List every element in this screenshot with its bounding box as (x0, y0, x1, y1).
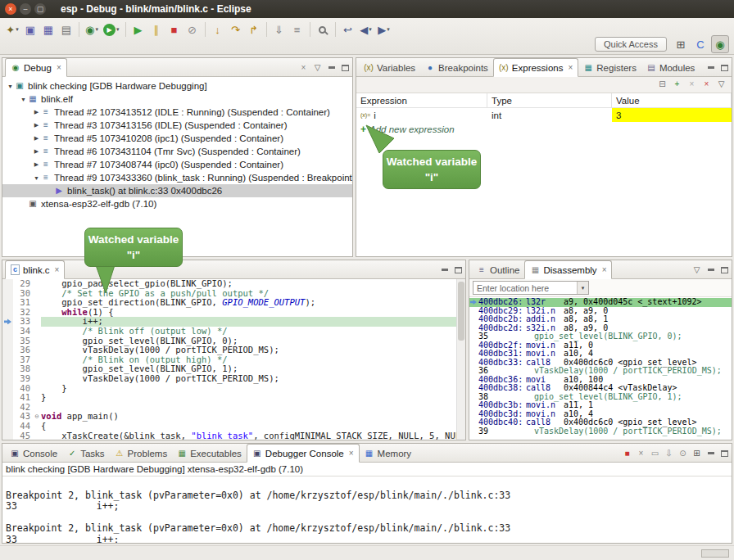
expression-name-cell[interactable]: (x)=i (356, 108, 487, 122)
editor-vertical-scrollbar[interactable] (456, 279, 465, 440)
view-menu-button[interactable]: ▽ (310, 61, 324, 75)
editor-line[interactable]: 41} (2, 393, 456, 403)
back-button[interactable]: ◀▾ (357, 20, 375, 38)
save-button[interactable]: ▣ (21, 20, 39, 38)
remove-all-terminated-button[interactable]: × (297, 61, 310, 75)
editor-annotation-ruler[interactable] (2, 317, 13, 327)
tab-blink-c[interactable]: cblink.c× (5, 260, 65, 279)
tab-outline[interactable]: ≡Outline (472, 262, 524, 278)
disassembly-line[interactable]: 36vTaskDelay(1000 / portTICK_PERIOD_MS); (469, 367, 732, 376)
combo-dropdown-icon[interactable]: ▾ (577, 282, 588, 294)
maximize-view-button[interactable] (718, 446, 732, 460)
tab-debugger-console[interactable]: ▣Debugger Console× (247, 444, 360, 463)
column-header-value[interactable]: Value (612, 93, 732, 107)
line-number[interactable]: 34 (13, 327, 33, 336)
disassembly-line[interactable]: 400dbc31:movi.na10, 4 (469, 350, 732, 359)
maximize-view-button[interactable] (338, 61, 352, 75)
scroll-lock-button[interactable]: ⇩ (662, 446, 676, 460)
editor-line[interactable]: 45 xTaskCreate(&blink_task, "blink_task"… (2, 431, 456, 440)
step-over-button[interactable]: ↷ (227, 20, 245, 38)
maximize-view-button[interactable] (718, 263, 732, 277)
print-button[interactable]: ▤ (57, 20, 75, 38)
editor-annotation-ruler[interactable] (2, 374, 13, 384)
disassembly-location-input[interactable]: Enter location here ▾ (473, 281, 589, 295)
maximize-button[interactable]: ▢ (34, 3, 46, 15)
editor-line[interactable]: 40 } (2, 384, 456, 394)
open-console-button[interactable]: ⊞ (690, 446, 704, 460)
remove-all-expressions-button[interactable]: × (700, 77, 714, 91)
search-button[interactable] (314, 20, 332, 38)
debug-tree-row[interactable]: ▶≡Thread #2 1073413512 (IDLE : Running) … (2, 106, 352, 119)
code-line[interactable]: } (41, 393, 456, 403)
line-number[interactable]: 36 (13, 345, 33, 355)
disconnect-button[interactable]: ⊘ (184, 20, 202, 38)
debug-perspective-button[interactable]: ◉ (711, 35, 729, 53)
add-new-expression-button[interactable]: + (670, 77, 684, 91)
editor-annotation-ruler[interactable] (2, 412, 13, 422)
resume-button[interactable]: ▶ (129, 20, 147, 38)
disassembly-line[interactable]: 400dbc3b:movi.na11, 1 (469, 401, 732, 410)
editor-annotation-ruler[interactable] (2, 355, 13, 365)
editor-line[interactable]: 34 /* Blink off (output low) */ (2, 327, 456, 336)
code-line[interactable]: /* Blink off (output low) */ (41, 327, 456, 336)
code-line[interactable]: } (41, 384, 456, 394)
last-edit-location-button[interactable]: ↩ (339, 20, 357, 38)
tab-disassembly[interactable]: ▦Disassembly× (524, 260, 612, 279)
debug-button[interactable]: ◉▾ (83, 20, 101, 38)
cpp-perspective-button[interactable]: C (691, 35, 709, 53)
editor-annotation-ruler[interactable] (2, 364, 13, 374)
expand-arrow-icon[interactable]: ▶ (32, 161, 41, 168)
remove-launch-button[interactable]: × (634, 446, 648, 460)
tab-tasks[interactable]: ✓Tasks (62, 445, 109, 462)
expand-arrow-icon[interactable]: ▼ (6, 84, 15, 89)
expand-arrow-icon[interactable]: ▼ (32, 175, 41, 181)
editor-line[interactable]: 39 vTaskDelay(1000 / portTICK_PERIOD_MS)… (2, 374, 456, 384)
expand-arrow-icon[interactable]: ▶ (32, 109, 41, 115)
debug-tree-row[interactable]: ▶≡Thread #7 1073408744 (ipc0) (Suspended… (2, 158, 352, 171)
tab-registers[interactable]: ▦Registers (578, 60, 641, 76)
debug-tree-row[interactable]: ▼▣blink checking [GDB Hardware Debugging… (2, 79, 352, 93)
terminate-console-button[interactable]: ■ (620, 446, 634, 460)
clear-console-button[interactable]: ▭ (648, 446, 662, 460)
editor-annotation-ruler[interactable] (2, 431, 13, 440)
add-expression-row[interactable]: +Add new expression (356, 122, 732, 136)
instruction-stepping-button[interactable]: ≡ (288, 20, 306, 38)
minimize-view-button[interactable] (437, 263, 451, 277)
open-perspective-button[interactable]: ⊞ (672, 35, 690, 53)
minimize-view-button[interactable] (324, 61, 338, 75)
tab-memory[interactable]: ▦Memory (360, 445, 417, 462)
minimize-view-button[interactable] (704, 446, 718, 460)
forward-button[interactable]: ▶▾ (375, 20, 393, 38)
editor-annotation-ruler[interactable] (2, 403, 13, 413)
code-line[interactable]: void app_main() (41, 412, 456, 422)
minimize-view-button[interactable] (704, 263, 718, 277)
close-tab-icon[interactable]: × (349, 449, 354, 458)
disassembly-line[interactable]: 400dbc40:call80x400dc6c0 <gpio_set_level… (469, 418, 732, 427)
expand-arrow-icon[interactable]: ▼ (19, 97, 28, 102)
line-number[interactable]: 44 (13, 422, 33, 431)
minimize-button[interactable]: – (20, 3, 31, 15)
debug-tree-row[interactable]: ▼≡Thread #9 1073433360 (blink_task : Run… (2, 171, 352, 184)
expand-arrow-icon[interactable]: ▶ (32, 122, 41, 129)
remove-selected-expressions-button[interactable]: × (685, 77, 699, 91)
window-resize-grip[interactable] (701, 549, 729, 558)
tab-problems[interactable]: ⚠Problems (110, 445, 173, 462)
debug-tree-row[interactable]: ▼▦blink.elf (2, 93, 352, 106)
code-editor[interactable]: 29 gpio_pad_select_gpio(BLINK_GPIO);30 /… (2, 279, 456, 440)
quick-access-button[interactable]: Quick Access (595, 37, 667, 52)
close-tab-icon[interactable]: × (57, 63, 61, 72)
editor-annotation-ruler[interactable] (2, 308, 13, 318)
code-line[interactable]: vTaskDelay(1000 / portTICK_PERIOD_MS); (41, 374, 456, 384)
step-into-button[interactable]: ↓ (209, 20, 227, 38)
terminate-button[interactable]: ■ (165, 20, 184, 38)
editor-annotation-ruler[interactable] (2, 327, 13, 336)
collapse-all-button[interactable]: ⊟ (655, 77, 669, 91)
debug-tree-row[interactable]: ▶≡Thread #5 1073410208 (ipc1) (Suspended… (2, 132, 352, 145)
code-line[interactable]: while(1) { (41, 308, 456, 318)
line-number[interactable]: 29 (13, 279, 33, 289)
editor-annotation-ruler[interactable] (2, 336, 13, 346)
disassembly-line[interactable]: 35gpio_set_level(BLINK_GPIO, 0); (469, 332, 732, 341)
editor-annotation-ruler[interactable] (2, 279, 13, 289)
line-number[interactable]: 39 (13, 374, 33, 384)
suspend-button[interactable]: ∥ (147, 20, 165, 38)
